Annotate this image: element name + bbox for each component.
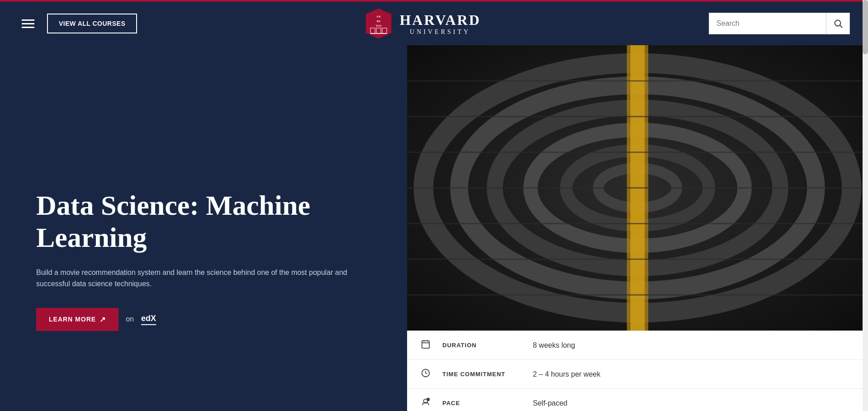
search-icon	[833, 19, 843, 28]
info-row-time-commitment: TIME COMMITMENT 2 – 4 hours per week	[407, 360, 868, 389]
edx-logo: edX	[141, 314, 156, 325]
university-name: HARVARD	[399, 12, 480, 28]
pace-value: Self-paced	[533, 399, 568, 407]
time-commitment-value: 2 – 4 hours per week	[533, 370, 600, 378]
svg-rect-4	[370, 28, 375, 33]
svg-marker-0	[366, 9, 391, 38]
search-input[interactable]	[709, 13, 826, 34]
hero-actions: LEARN MORE ↗ on edX	[36, 308, 371, 331]
learn-more-button[interactable]: LEARN MORE ↗	[36, 308, 119, 331]
scrollbar[interactable]	[863, 0, 868, 411]
on-label: on	[126, 315, 134, 323]
hero-right: DURATION 8 weeks long TIME COMMITMENT 2 …	[407, 45, 868, 411]
svg-point-34	[427, 398, 430, 401]
svg-rect-26	[422, 341, 430, 349]
svg-line-9	[840, 25, 842, 28]
header-logo: VE RI TAS HARVARD UNIVERSITY	[365, 8, 480, 39]
header-search	[709, 13, 850, 34]
time-commitment-label: TIME COMMITMENT	[442, 371, 524, 378]
course-image	[407, 45, 868, 331]
duration-value: 8 weeks long	[533, 341, 575, 350]
info-row-pace: PACE Self-paced	[407, 389, 868, 411]
learn-more-label: LEARN MORE	[49, 316, 96, 323]
duration-label: DURATION	[442, 342, 524, 349]
site-header: VIEW ALL COURSES VE RI TAS HARVARD UNIVE…	[0, 0, 868, 45]
view-all-courses-button[interactable]: VIEW ALL COURSES	[47, 14, 137, 33]
duration-icon	[421, 339, 433, 351]
svg-rect-6	[382, 28, 387, 33]
harvard-shield-icon: VE RI TAS	[365, 8, 392, 39]
scroll-thumb[interactable]	[863, 0, 868, 54]
svg-point-8	[835, 20, 840, 26]
search-button[interactable]	[826, 13, 850, 34]
university-sub: UNIVERSITY	[399, 28, 480, 36]
pace-label: PACE	[442, 400, 524, 406]
hero-section: Data Science: Machine Learning Build a m…	[0, 45, 868, 411]
info-panel: DURATION 8 weeks long TIME COMMITMENT 2 …	[407, 331, 868, 411]
svg-rect-5	[376, 28, 381, 33]
header-left: VIEW ALL COURSES	[18, 14, 137, 33]
course-description: Build a movie recommendation system and …	[36, 267, 362, 290]
svg-line-32	[426, 373, 427, 374]
hero-content: Data Science: Machine Learning Build a m…	[0, 45, 407, 411]
building-image	[407, 45, 868, 331]
course-title: Data Science: Machine Learning	[36, 189, 371, 254]
hamburger-menu[interactable]	[18, 16, 38, 32]
external-link-icon: ↗	[100, 315, 106, 324]
info-row-duration: DURATION 8 weeks long	[407, 331, 868, 360]
svg-text:RI: RI	[377, 19, 381, 23]
time-icon	[421, 368, 433, 380]
svg-text:VE: VE	[377, 15, 381, 19]
svg-text:TAS: TAS	[376, 24, 382, 28]
pace-icon	[421, 397, 433, 409]
harvard-wordmark: HARVARD UNIVERSITY	[399, 12, 480, 36]
